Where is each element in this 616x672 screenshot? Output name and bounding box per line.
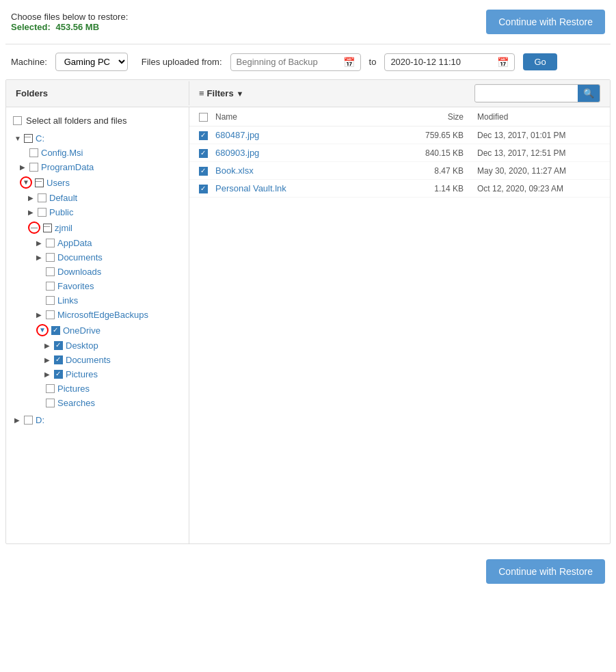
desktop-expand-icon[interactable]: ▶	[44, 342, 51, 349]
programdata-expand-icon[interactable]: ▶	[20, 163, 27, 171]
search-input[interactable]	[475, 85, 578, 101]
d-drive-label[interactable]: D:	[36, 415, 44, 425]
select-all-checkbox[interactable]	[13, 116, 22, 125]
favorites-label[interactable]: Favorites	[57, 281, 94, 291]
documents2-checkbox[interactable]	[54, 355, 63, 364]
tree-item-documents2[interactable]: ▶ Documents	[12, 353, 189, 367]
tree-item-desktop[interactable]: ▶ Desktop	[12, 338, 189, 353]
links-checkbox[interactable]	[46, 296, 55, 305]
appdata-label[interactable]: AppData	[57, 238, 92, 248]
bottom-restore-button[interactable]: Continue with Restore	[486, 559, 605, 584]
zjmil-label[interactable]: zjmil	[55, 223, 72, 233]
files-select-all-checkbox[interactable]	[199, 113, 208, 122]
file-name-3[interactable]: Personal Vault.lnk	[215, 183, 286, 193]
tree-item-default[interactable]: ▶ Default	[12, 191, 189, 205]
file-row-cb-col	[199, 183, 215, 193]
to-date-input[interactable]: 📅	[384, 53, 515, 71]
from-calendar-icon[interactable]: 📅	[343, 57, 355, 68]
pictures-checkbox[interactable]	[54, 370, 63, 379]
documents-checkbox[interactable]	[46, 253, 55, 262]
searches-checkbox[interactable]	[46, 399, 55, 407]
default-checkbox[interactable]	[38, 193, 46, 202]
tree-item-config-msi[interactable]: Config.Msi	[12, 146, 189, 160]
appdata-expand-icon[interactable]: ▶	[36, 239, 43, 247]
c-expand-icon[interactable]: ▼	[14, 135, 21, 142]
tree-item-documents[interactable]: ▶ Documents	[12, 250, 189, 265]
favorites-checkbox[interactable]	[46, 282, 55, 291]
documents2-label[interactable]: Documents	[66, 355, 111, 365]
downloads-checkbox[interactable]	[46, 267, 55, 276]
links-label[interactable]: Links	[57, 295, 78, 306]
desktop-label[interactable]: Desktop	[66, 340, 98, 351]
config-msi-label[interactable]: Config.Msi	[41, 148, 83, 158]
to-date-field[interactable]	[390, 57, 493, 67]
pictures-label[interactable]: Pictures	[66, 369, 98, 379]
c-drive-checkbox[interactable]	[24, 134, 33, 143]
documents-label[interactable]: Documents	[57, 252, 103, 263]
top-restore-button[interactable]: Continue with Restore	[486, 10, 605, 34]
tree-item-appdata[interactable]: ▶ AppData	[12, 236, 189, 250]
pictures-expand-icon[interactable]: ▶	[44, 371, 51, 378]
msedge-checkbox[interactable]	[46, 310, 55, 319]
public-label[interactable]: Public	[49, 207, 73, 217]
tree-item-searches[interactable]: Searches	[12, 396, 189, 410]
machine-select[interactable]: Gaming PC	[55, 53, 128, 71]
default-expand-icon[interactable]: ▶	[28, 194, 35, 202]
downloads-label[interactable]: Downloads	[57, 267, 101, 277]
machine-label: Machine:	[11, 57, 47, 67]
file-checkbox-3[interactable]	[199, 185, 208, 193]
tree-item-onedrive[interactable]: ▼ OneDrive	[12, 322, 189, 338]
tree-item-d-drive[interactable]: ▶ D:	[12, 413, 189, 427]
documents-expand-icon[interactable]: ▶	[36, 254, 43, 261]
public-checkbox[interactable]	[38, 208, 46, 217]
documents2-expand-icon[interactable]: ▶	[44, 356, 51, 364]
appdata-checkbox[interactable]	[46, 239, 55, 247]
tree-item-users[interactable]: ▼ Users	[12, 174, 189, 191]
file-checkbox-0[interactable]	[199, 131, 208, 140]
msedge-label[interactable]: MicrosoftEdgeBackups	[57, 310, 148, 320]
d-expand-icon[interactable]: ▶	[14, 416, 21, 424]
tree-item-favorites[interactable]: Favorites	[12, 279, 189, 293]
default-label[interactable]: Default	[49, 193, 77, 203]
desktop-checkbox[interactable]	[54, 341, 63, 350]
pictures2-checkbox[interactable]	[46, 384, 55, 393]
onedrive-label[interactable]: OneDrive	[63, 325, 101, 336]
file-modified-2: May 30, 2020, 11:27 AM	[477, 166, 600, 176]
file-name-1[interactable]: 680903.jpg	[215, 148, 259, 158]
file-name-2[interactable]: Book.xlsx	[215, 165, 254, 176]
file-checkbox-1[interactable]	[199, 149, 208, 158]
tree-item-msedge[interactable]: ▶ MicrosoftEdgeBackups	[12, 308, 189, 322]
c-drive-label[interactable]: C:	[36, 133, 44, 144]
users-label[interactable]: Users	[46, 178, 70, 188]
tree-item-public[interactable]: ▶ Public	[12, 205, 189, 219]
tree-item-zjmil[interactable]: — zjmil	[12, 219, 189, 236]
users-checkbox[interactable]	[35, 178, 44, 187]
public-expand-icon[interactable]: ▶	[28, 209, 35, 216]
searches-label[interactable]: Searches	[57, 398, 95, 408]
msedge-expand-icon[interactable]: ▶	[36, 311, 43, 319]
d-drive-checkbox[interactable]	[24, 416, 33, 425]
programdata-checkbox[interactable]	[29, 163, 38, 172]
pictures2-label[interactable]: Pictures	[57, 384, 90, 394]
go-button[interactable]: Go	[523, 53, 557, 70]
from-date-field[interactable]	[237, 57, 339, 67]
select-all-label[interactable]: Select all folders and files	[26, 116, 126, 126]
tree-item-pictures2[interactable]: Pictures	[12, 381, 189, 396]
config-msi-checkbox[interactable]	[29, 148, 38, 157]
to-calendar-icon[interactable]: 📅	[497, 57, 509, 68]
tree-item-pictures[interactable]: ▶ Pictures	[12, 367, 189, 381]
zjmil-checkbox[interactable]	[43, 224, 52, 232]
filters-button[interactable]: ≡ Filters ▼	[199, 88, 244, 98]
search-area: 🔍	[474, 84, 600, 103]
onedrive-checkbox[interactable]	[51, 326, 60, 335]
tree-item-links[interactable]: Links	[12, 293, 189, 308]
tree-item-downloads[interactable]: Downloads	[12, 265, 189, 279]
programdata-label[interactable]: ProgramData	[41, 162, 94, 172]
file-size-3: 1.14 KB	[409, 184, 477, 193]
tree-item-programdata[interactable]: ▶ ProgramData	[12, 160, 189, 174]
file-name-0[interactable]: 680487.jpg	[215, 130, 259, 140]
file-checkbox-2[interactable]	[199, 167, 208, 176]
from-date-input[interactable]: 📅	[230, 53, 361, 71]
search-button[interactable]: 🔍	[578, 85, 600, 102]
tree-item-c-drive[interactable]: ▼ C:	[12, 131, 189, 146]
